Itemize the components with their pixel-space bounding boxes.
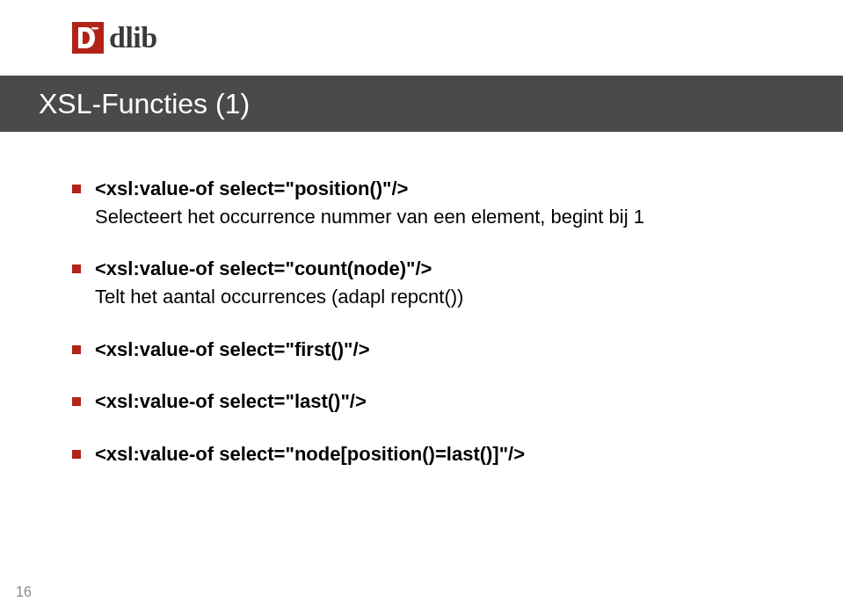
- bullet-marker-icon: [72, 450, 81, 459]
- slide: dlib XSL-Functies (1) <xsl:value-of sele…: [0, 0, 843, 616]
- brand-logo-text: dlib: [109, 21, 157, 54]
- bullet-description: Telt het aantal occurrences (adapl repcn…: [95, 284, 790, 310]
- bullet-code: <xsl:value-of select="count(node)"/>: [95, 256, 432, 282]
- title-bar: XSL-Functies (1): [0, 76, 843, 132]
- bullet-description: Selecteert het occurrence nummer van een…: [95, 204, 790, 230]
- bullet-marker-icon: [72, 185, 81, 193]
- brand-logo: dlib: [72, 21, 157, 54]
- bullet-code: <xsl:value-of select="node[position()=la…: [95, 441, 525, 467]
- bullet-item: <xsl:value-of select="first()"/>: [72, 337, 790, 363]
- slide-title: XSL-Functies (1): [39, 88, 250, 120]
- bullet-marker-icon: [72, 397, 81, 406]
- svg-rect-0: [72, 22, 104, 54]
- bullet-marker-icon: [72, 265, 81, 273]
- brand-logo-icon: [72, 22, 104, 54]
- bullet-item: <xsl:value-of select="position()"/> Sele…: [72, 176, 790, 229]
- bullet-marker-icon: [72, 345, 81, 354]
- bullet-item: <xsl:value-of select="count(node)"/> Tel…: [72, 256, 790, 309]
- bullet-item: <xsl:value-of select="last()"/>: [72, 388, 790, 415]
- page-number: 16: [16, 584, 32, 600]
- bullet-item: <xsl:value-of select="node[position()=la…: [72, 441, 790, 467]
- slide-content: <xsl:value-of select="position()"/> Sele…: [72, 176, 790, 494]
- bullet-code: <xsl:value-of select="first()"/>: [95, 337, 369, 363]
- bullet-code: <xsl:value-of select="position()"/>: [95, 176, 408, 202]
- bullet-code: <xsl:value-of select="last()"/>: [95, 388, 367, 415]
